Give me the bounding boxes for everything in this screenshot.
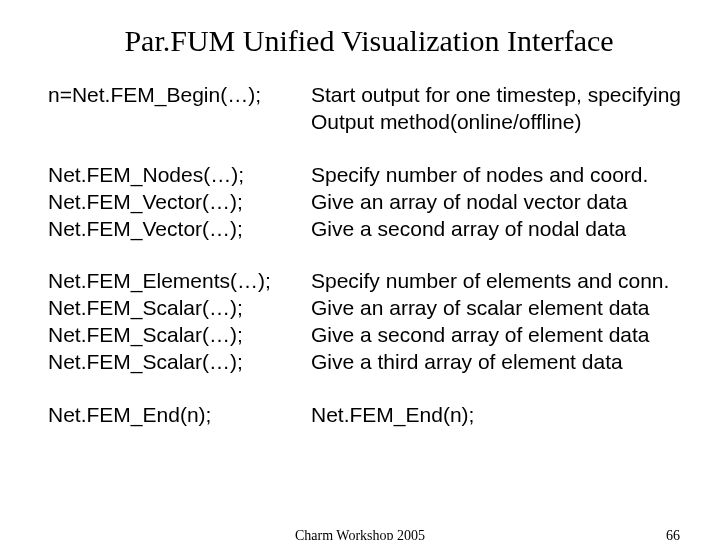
api-row-begin: n=Net.FEM_Begin(…); Start output for one… — [48, 82, 690, 136]
desc-line: Give a second array of element data — [311, 322, 690, 349]
api-col: Net.FEM_End(n); — [48, 402, 311, 429]
desc-col: Specify number of elements and conn. Giv… — [311, 268, 690, 376]
api-line: Net.FEM_Vector(…); — [48, 189, 303, 216]
desc-line: Give an array of nodal vector data — [311, 189, 690, 216]
api-line: Net.FEM_Elements(…); — [48, 268, 303, 295]
api-col: n=Net.FEM_Begin(…); — [48, 82, 311, 136]
api-line: Net.FEM_Vector(…); — [48, 216, 303, 243]
api-line: Net.FEM_Scalar(…); — [48, 295, 303, 322]
desc-line: Give a third array of element data — [311, 349, 690, 376]
desc-line: Give an array of scalar element data — [311, 295, 690, 322]
api-row-end: Net.FEM_End(n); Net.FEM_End(n); — [48, 402, 690, 429]
api-line: Net.FEM_End(n); — [48, 402, 303, 429]
api-col: Net.FEM_Elements(…); Net.FEM_Scalar(…); … — [48, 268, 311, 376]
footer-event: Charm Workshop 2005 — [0, 528, 720, 540]
api-row-elements: Net.FEM_Elements(…); Net.FEM_Scalar(…); … — [48, 268, 690, 376]
slide-title: Par.FUM Unified Visualization Interface — [48, 24, 690, 58]
api-line: Net.FEM_Nodes(…); — [48, 162, 303, 189]
desc-col: Start output for one timestep, specifyin… — [311, 82, 690, 136]
slide: Par.FUM Unified Visualization Interface … — [0, 0, 720, 540]
desc-line: Net.FEM_End(n); — [311, 402, 690, 429]
desc-line: Specify number of nodes and coord. — [311, 162, 690, 189]
api-col: Net.FEM_Nodes(…); Net.FEM_Vector(…); Net… — [48, 162, 311, 243]
footer-page-number: 66 — [666, 528, 680, 540]
desc-col: Net.FEM_End(n); — [311, 402, 690, 429]
desc-line: Specify number of elements and conn. — [311, 268, 690, 295]
api-line: Net.FEM_Scalar(…); — [48, 322, 303, 349]
desc-line: Output method(online/offline) — [311, 109, 690, 136]
desc-line: Give a second array of nodal data — [311, 216, 690, 243]
api-line: n=Net.FEM_Begin(…); — [48, 82, 303, 109]
desc-line: Start output for one timestep, specifyin… — [311, 82, 690, 109]
api-line: Net.FEM_Scalar(…); — [48, 349, 303, 376]
desc-col: Specify number of nodes and coord. Give … — [311, 162, 690, 243]
api-row-nodes: Net.FEM_Nodes(…); Net.FEM_Vector(…); Net… — [48, 162, 690, 243]
